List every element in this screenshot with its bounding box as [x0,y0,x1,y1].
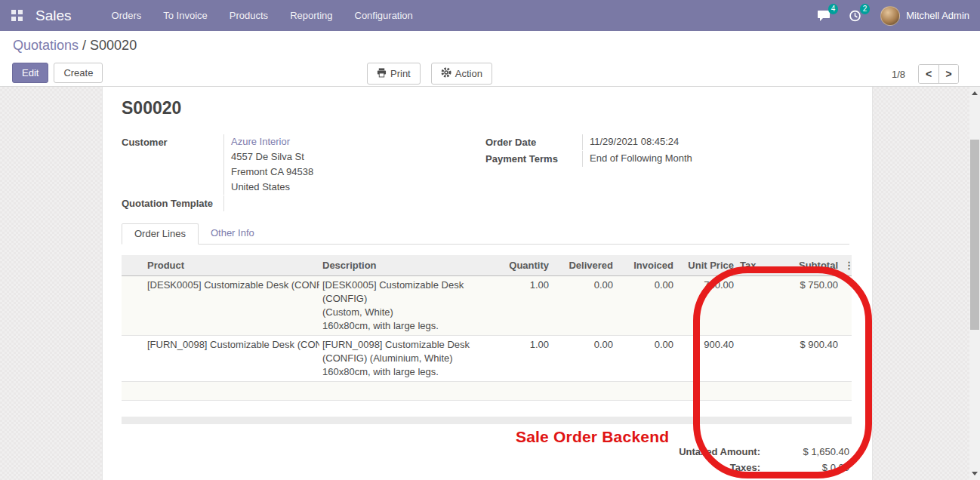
vertical-scrollbar[interactable] [969,87,980,480]
menu-products[interactable]: Products [230,10,268,21]
chat-bubble-icon [817,13,831,24]
pager-buttons: < > [918,64,959,84]
activities-badge: 2 [860,4,871,14]
field-group-left: Customer Azure Interior 4557 De Silva St… [122,134,485,211]
cell-product: [DESK0005] Customizable Desk (CONFI... [144,276,319,336]
breadcrumb-current: S00020 [90,38,137,53]
breadcrumb-quotations[interactable]: Quotations [13,38,79,53]
taxes-value: $ 0.00 [774,461,849,474]
tab-other-info[interactable]: Other Info [199,223,267,244]
pager-previous-button[interactable]: < [919,65,938,83]
messages-button[interactable]: 4 [817,10,831,22]
field-order-date: Order Date 11/29/2021 08:45:24 [485,134,849,150]
scroll-up-icon[interactable] [972,91,978,95]
table-header-row: Product Description Quantity Delivered I… [122,255,852,276]
cell-delivered: 0.00 [552,276,616,336]
quotation-template-label: Quotation Template [122,195,223,211]
cell-subtotal: $ 900.40 [766,336,841,382]
taxes-row: Taxes: $ 0.00 [555,460,849,475]
column-taxes[interactable]: Tax... [737,255,766,276]
control-panel: Quotations / S00020 Edit Create Print Ac… [0,31,980,87]
customer-address-line: Fremont CA 94538 [231,165,485,180]
clock-icon [849,13,861,24]
gear-icon [441,67,451,80]
row-handle [122,336,144,382]
quotation-template-value [223,195,485,211]
form-sheet: S00020 Customer Azure Interior 4557 De S… [102,87,873,480]
action-button[interactable]: Action [431,63,492,85]
pager-next-button[interactable]: > [938,65,958,83]
column-delivered[interactable]: Delivered [552,255,616,276]
user-name: Mitchell Admin [906,10,969,21]
cell-unit-price: 750.00 [676,276,737,336]
optional-columns-toggle-icon[interactable]: ⋮ [841,255,852,276]
payment-terms-value: End of Following Month [582,151,849,167]
create-button[interactable]: Create [54,63,103,83]
customer-value: Azure Interior 4557 De Silva St Fremont … [223,134,485,195]
column-subtotal[interactable]: Subtotal [766,255,841,276]
cell-taxes [737,276,766,336]
scroll-down-icon[interactable] [972,472,978,475]
field-group-right: Order Date 11/29/2021 08:45:24 Payment T… [485,134,849,211]
cell-product: [FURN_0098] Customizable Desk (CONF... [144,336,319,382]
order-line-row[interactable]: [FURN_0098] Customizable Desk (CONF... [… [122,336,852,382]
record-buttons: Edit Create [12,63,103,83]
cell-subtotal: $ 750.00 [766,276,841,336]
field-payment-terms: Payment Terms End of Following Month [485,151,849,167]
tab-order-lines[interactable]: Order Lines [122,223,199,245]
customer-address-line: United States [231,180,485,195]
breadcrumb: Quotations / S00020 [13,38,137,54]
edit-button[interactable]: Edit [12,63,48,83]
payment-terms-label: Payment Terms [485,151,582,167]
cell-quantity: 1.00 [492,276,552,336]
order-line-row[interactable]: [DESK0005] Customizable Desk (CONFI... [… [122,276,852,336]
menu-reporting[interactable]: Reporting [290,10,332,21]
cell-description: [FURN_0098] Customizable Desk (CONFIG) (… [319,336,492,382]
column-handle [122,255,144,276]
column-quantity[interactable]: Quantity [492,255,552,276]
taxes-label: Taxes: [555,461,774,474]
order-lines-table-wrap: Product Description Quantity Delivered I… [122,255,849,424]
cell-quantity: 1.00 [492,336,552,382]
scrollbar-thumb[interactable] [970,140,979,330]
field-groups: Customer Azure Interior 4557 De Silva St… [122,134,849,211]
navbar-right: 4 2 Mitchell Admin [817,6,980,26]
activities-button[interactable]: 2 [849,10,862,22]
field-customer: Customer Azure Interior 4557 De Silva St… [122,134,485,195]
cell-invoiced: 0.00 [616,276,676,336]
menu-configuration[interactable]: Configuration [355,10,413,21]
print-button[interactable]: Print [367,63,421,85]
cell-delivered: 0.00 [552,336,616,382]
untaxed-amount-label: Untaxed Amount: [555,445,774,458]
column-product[interactable]: Product [144,255,319,276]
column-invoiced[interactable]: Invoiced [616,255,676,276]
content-area: S00020 Customer Azure Interior 4557 De S… [0,87,969,480]
pager-value[interactable]: 1/8 [892,69,905,80]
menu-orders[interactable]: Orders [112,10,142,21]
column-description[interactable]: Description [319,255,492,276]
table-footer-band [122,417,852,424]
main-menu: Orders To Invoice Products Reporting Con… [112,10,413,21]
order-title: S00020 [122,98,849,118]
breadcrumb-separator: / [79,38,90,53]
cell-taxes [737,336,766,382]
cell-description: [DESK0005] Customizable Desk (CONFIG) (C… [319,276,492,336]
column-unit-price[interactable]: Unit Price [676,255,737,276]
field-quotation-template: Quotation Template [122,195,485,211]
user-menu[interactable]: Mitchell Admin [880,6,969,26]
customer-label: Customer [122,134,223,195]
empty-line-row[interactable] [122,382,852,401]
cell-unit-price: 900.40 [676,336,737,382]
untaxed-amount-row: Untaxed Amount: $ 1,650.40 [555,444,849,460]
messages-badge: 4 [828,4,839,14]
order-lines-table: Product Description Quantity Delivered I… [122,255,852,401]
apps-grid-icon[interactable] [11,10,23,21]
row-handle [122,276,144,336]
top-navbar: Sales Orders To Invoice Products Reporti… [0,0,980,31]
notebook-tabs: Order Lines Other Info [122,223,849,245]
totals-block: Untaxed Amount: $ 1,650.40 Taxes: $ 0.00… [555,444,849,480]
printer-icon [377,68,387,80]
menu-to-invoice[interactable]: To Invoice [163,10,208,21]
app-name[interactable]: Sales [35,8,72,24]
customer-link[interactable]: Azure Interior [231,134,485,149]
